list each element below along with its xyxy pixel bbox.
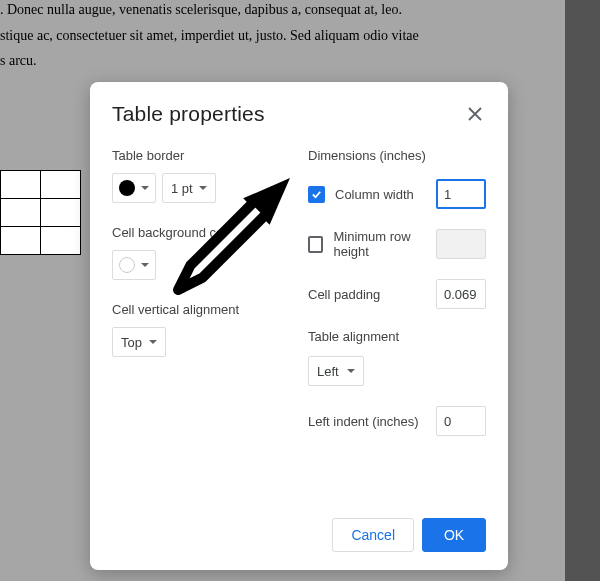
cell-padding-input[interactable] <box>436 279 486 309</box>
left-indent-label: Left indent (inches) <box>308 414 419 429</box>
table-border-label: Table border <box>112 148 290 163</box>
cell-background-dropdown[interactable] <box>112 250 156 280</box>
left-indent-input[interactable] <box>436 406 486 436</box>
chevron-down-icon <box>199 186 207 190</box>
cancel-label: Cancel <box>351 527 395 543</box>
background-table <box>0 170 81 255</box>
dimensions-heading: Dimensions (inches) <box>308 148 486 163</box>
column-width-input[interactable] <box>436 179 486 209</box>
row-height-label: Minimum row height <box>333 229 436 259</box>
row-height-input <box>436 229 486 259</box>
chevron-down-icon <box>149 340 157 344</box>
ok-label: OK <box>444 527 464 543</box>
table-properties-dialog: Table properties Table border 1 pt <box>90 82 508 570</box>
column-width-checkbox[interactable] <box>308 186 325 203</box>
ok-button[interactable]: OK <box>422 518 486 552</box>
chevron-down-icon <box>141 186 149 190</box>
column-width-label: Column width <box>335 187 414 202</box>
cancel-button[interactable]: Cancel <box>332 518 414 552</box>
cell-background-label: Cell background co <box>112 225 290 240</box>
border-width-dropdown[interactable]: 1 pt <box>162 173 216 203</box>
table-alignment-heading: Table alignment <box>308 329 486 344</box>
vertical-alignment-value: Top <box>121 335 142 350</box>
table-alignment-dropdown[interactable]: Left <box>308 356 364 386</box>
cell-vertical-alignment-label: Cell vertical alignment <box>112 302 290 317</box>
dialog-title: Table properties <box>112 102 265 126</box>
check-icon <box>311 189 322 200</box>
color-swatch-icon <box>119 180 135 196</box>
close-icon <box>468 107 482 121</box>
border-width-value: 1 pt <box>171 181 193 196</box>
right-column: Dimensions (inches) Column width Minimum… <box>308 148 486 456</box>
chevron-down-icon <box>347 369 355 373</box>
color-swatch-icon <box>119 257 135 273</box>
left-column: Table border 1 pt Cell background co <box>112 148 290 456</box>
vertical-alignment-dropdown[interactable]: Top <box>112 327 166 357</box>
border-color-dropdown[interactable] <box>112 173 156 203</box>
close-button[interactable] <box>464 103 486 125</box>
cell-padding-label: Cell padding <box>308 287 380 302</box>
table-alignment-value: Left <box>317 364 339 379</box>
chevron-down-icon <box>141 263 149 267</box>
row-height-checkbox[interactable] <box>308 236 323 253</box>
